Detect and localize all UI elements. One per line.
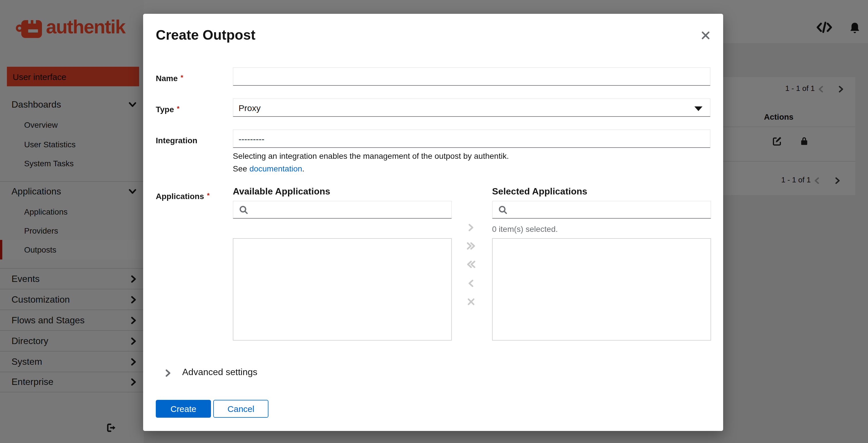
type-label: Type*	[156, 105, 180, 114]
available-search-input[interactable]	[233, 201, 452, 218]
move-all-left-icon[interactable]	[464, 258, 477, 270]
advanced-settings-label[interactable]: Advanced settings	[182, 367, 257, 377]
integration-help-line2: See documentation.	[233, 164, 304, 173]
required-marker: *	[177, 105, 179, 113]
selected-count-text: 0 item(s) selected.	[492, 225, 558, 234]
cancel-button[interactable]: Cancel	[213, 400, 269, 418]
modal-title: Create Outpost	[156, 27, 255, 43]
selected-search-input[interactable]	[492, 201, 711, 218]
type-select[interactable]: Proxy	[233, 98, 711, 117]
move-left-icon[interactable]	[464, 277, 477, 289]
caret-down-icon	[694, 107, 703, 111]
clear-selection-icon[interactable]	[464, 295, 477, 308]
search-icon	[239, 205, 248, 214]
selected-applications-list[interactable]	[492, 238, 711, 341]
integration-select[interactable]: ---------	[233, 129, 711, 148]
required-marker: *	[207, 191, 210, 200]
selected-applications-title: Selected Applications	[492, 186, 587, 197]
search-icon	[498, 205, 507, 214]
applications-label: Applications*	[156, 191, 210, 201]
move-right-icon[interactable]	[464, 221, 477, 234]
create-button[interactable]: Create	[156, 400, 211, 418]
move-all-right-icon[interactable]	[464, 239, 477, 252]
screen: authentik User interface Dashboards Over…	[0, 0, 868, 443]
available-applications-title: Available Applications	[233, 186, 330, 197]
required-marker: *	[181, 73, 183, 82]
documentation-link[interactable]: documentation	[249, 164, 302, 173]
name-label: Name*	[156, 73, 183, 83]
create-outpost-modal: Create Outpost Name* Type* Proxy Integra…	[143, 14, 723, 431]
advanced-settings-chevron-icon[interactable]	[165, 369, 171, 379]
name-input[interactable]	[233, 67, 711, 86]
integration-help-text: Selecting an integration enables the man…	[233, 151, 509, 160]
close-icon[interactable]	[699, 29, 712, 41]
integration-label: Integration	[156, 136, 197, 145]
available-applications-list[interactable]	[233, 238, 452, 341]
